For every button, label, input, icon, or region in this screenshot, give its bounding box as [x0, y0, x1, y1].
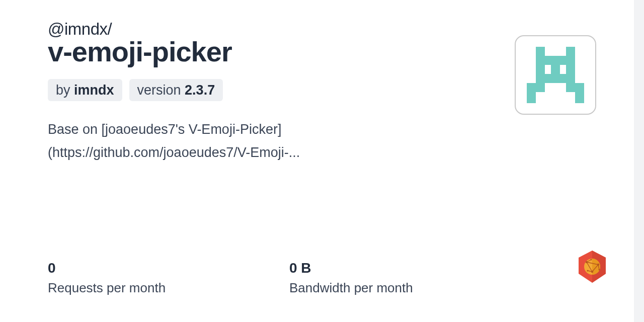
package-name: v-emoji-picker: [48, 37, 515, 67]
svg-point-25: [590, 259, 592, 260]
svg-point-26: [598, 269, 600, 270]
svg-rect-6: [551, 65, 560, 74]
svg-rect-7: [566, 65, 575, 74]
svg-point-24: [591, 271, 593, 273]
svg-rect-4: [566, 56, 575, 65]
svg-rect-10: [566, 74, 575, 83]
version-badge: version 2.3.7: [129, 79, 223, 101]
svg-point-22: [586, 261, 588, 263]
stat-bandwidth-value: 0 B: [289, 260, 531, 276]
author-name: imndx: [74, 83, 114, 98]
stat-bandwidth-label: Bandwidth per month: [289, 280, 531, 296]
svg-rect-1: [566, 47, 575, 56]
stat-requests: 0 Requests per month: [48, 260, 289, 296]
package-icon: [515, 35, 596, 115]
svg-rect-8: [536, 74, 545, 83]
svg-point-23: [597, 264, 599, 266]
svg-rect-11: [527, 83, 545, 92]
version-prefix: version: [137, 83, 185, 98]
svg-rect-13: [527, 92, 536, 103]
svg-rect-0: [536, 47, 545, 56]
jsdelivr-logo-icon: [577, 250, 608, 287]
identicon-icon: [523, 43, 588, 107]
svg-rect-14: [575, 92, 584, 103]
version-number: 2.3.7: [185, 83, 215, 98]
svg-rect-5: [536, 65, 545, 74]
svg-rect-12: [566, 83, 584, 92]
svg-point-27: [587, 270, 588, 271]
author-prefix: by: [56, 83, 74, 98]
svg-rect-3: [545, 56, 566, 65]
stat-requests-label: Requests per month: [48, 280, 289, 296]
svg-rect-2: [536, 56, 545, 65]
author-badge[interactable]: by imndx: [48, 79, 122, 101]
stat-bandwidth: 0 B Bandwidth per month: [289, 260, 531, 296]
package-description: Base on [joaoeudes7's V-Emoji-Picker](ht…: [48, 118, 390, 164]
stat-requests-value: 0: [48, 260, 289, 276]
svg-rect-9: [545, 74, 566, 83]
